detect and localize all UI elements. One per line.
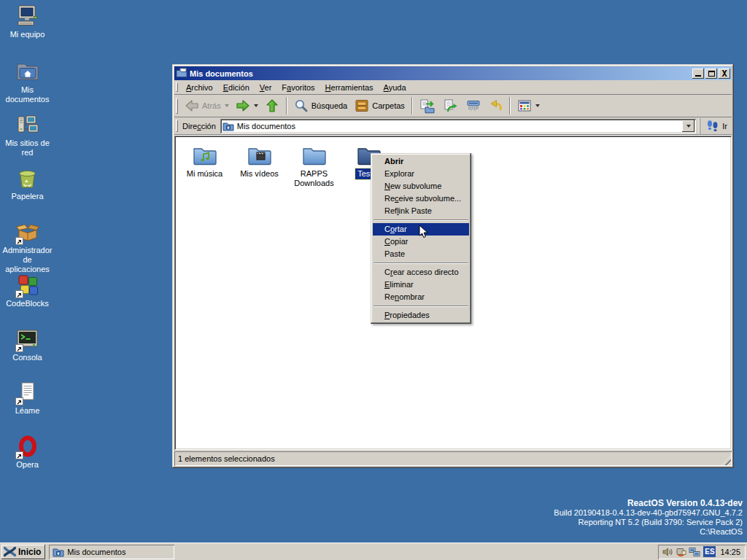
shortcut-arrow-icon bbox=[15, 397, 23, 405]
tray-device-icon[interactable] bbox=[676, 547, 686, 557]
file-item-mis-videos[interactable]: Mis vídeos bbox=[232, 144, 287, 179]
tray-network-icon[interactable] bbox=[689, 547, 700, 557]
menu-ayuda[interactable]: Ayuda bbox=[379, 82, 411, 93]
context-menu-item-paste[interactable]: Paste bbox=[373, 248, 469, 260]
desktop-icon-mi-equipo[interactable]: Mi equipo bbox=[0, 4, 55, 39]
close-button[interactable]: X bbox=[719, 69, 730, 79]
toolbar-separator bbox=[286, 97, 287, 114]
band-grip[interactable] bbox=[176, 98, 178, 114]
context-menu-item-renombrar[interactable]: Renombrar bbox=[373, 291, 469, 303]
context-menu-item-reflink-paste[interactable]: Reflink Paste bbox=[373, 205, 469, 217]
menu-ver[interactable]: Ver bbox=[255, 82, 277, 93]
toolbar-button-back-arrow[interactable]: Atrás bbox=[181, 96, 232, 116]
toolbar-button-undo[interactable] bbox=[484, 96, 506, 116]
menu-archivo[interactable]: Archivo bbox=[181, 82, 218, 93]
console-icon bbox=[15, 327, 40, 352]
folder-icon bbox=[222, 121, 234, 131]
go-feet-icon bbox=[706, 120, 719, 132]
file-label: Mi música bbox=[185, 168, 225, 179]
taskbar: Inicio Mis documentos ES 14:25 bbox=[0, 542, 747, 560]
toolbar-separator bbox=[509, 97, 511, 114]
desktop-icon-mis-sitios-de-red[interactable]: Mis sitios de red bbox=[0, 113, 55, 158]
reactos-logo-icon bbox=[4, 546, 16, 557]
address-dropdown-button[interactable] bbox=[682, 120, 694, 132]
context-menu-item-cortar[interactable]: Cortar bbox=[373, 223, 469, 236]
menu-herramientas[interactable]: Herramientas bbox=[320, 82, 379, 93]
os-version-info: ReactOS Version 0.4.13-dev Build 2019041… bbox=[554, 499, 743, 537]
language-indicator[interactable]: ES bbox=[703, 546, 716, 557]
toolbar-button-up-arrow[interactable] bbox=[261, 96, 283, 116]
go-button[interactable]: Ir bbox=[700, 118, 732, 134]
menu-favoritos[interactable]: Favoritos bbox=[276, 82, 320, 93]
file-label: RAPPS Downloads bbox=[287, 168, 341, 189]
views-icon bbox=[516, 98, 533, 114]
toolbar-button-copy-to[interactable] bbox=[439, 96, 462, 116]
minimize-button[interactable] bbox=[692, 69, 704, 79]
readme-icon bbox=[15, 381, 40, 405]
toolbar-button-views[interactable] bbox=[514, 96, 543, 116]
toolbar-button-search[interactable]: Búsqueda bbox=[290, 96, 352, 116]
context-menu-item-copiar[interactable]: Copiar bbox=[373, 236, 469, 248]
desktop-icon-label: Papelera bbox=[10, 192, 44, 201]
menu-edicion[interactable]: Edición bbox=[218, 82, 255, 93]
desktop-icon-label: Mis documentos bbox=[0, 85, 55, 104]
address-combobox[interactable]: Mis documentos bbox=[220, 119, 696, 133]
desktop-icon-leame[interactable]: Léame bbox=[0, 381, 55, 416]
toolbar-button-forward-arrow[interactable] bbox=[232, 96, 261, 116]
desktop-icon-label: Consola bbox=[12, 353, 42, 362]
window-titlebar[interactable]: Mis documentos X bbox=[174, 66, 732, 80]
desktop-icon-label: Léame bbox=[15, 406, 41, 416]
toolbar-button-label: Carpetas bbox=[372, 101, 406, 110]
context-menu-item-new-subvolume[interactable]: New subvolume bbox=[373, 180, 469, 192]
shortcut-arrow-icon bbox=[15, 451, 23, 459]
file-item-mi-musica[interactable]: Mi música bbox=[177, 144, 232, 179]
undo-icon bbox=[487, 98, 503, 114]
dropdown-chevron-icon[interactable] bbox=[225, 104, 229, 107]
file-label: Mis vídeos bbox=[238, 168, 281, 179]
status-bar: 1 elementos seleccionados bbox=[174, 451, 732, 466]
context-menu-item-propiedades[interactable]: Propiedades bbox=[373, 309, 469, 322]
codeblocks-icon bbox=[15, 273, 40, 298]
folder-videos-icon bbox=[247, 144, 272, 166]
context-menu-separator bbox=[374, 306, 468, 307]
version-line: Build 20190418-0.4.13-dev-40-gbd75947.GN… bbox=[554, 508, 743, 518]
window-title: Mis documentos bbox=[190, 69, 690, 78]
folder-music-icon bbox=[193, 144, 217, 166]
context-menu-item-eliminar[interactable]: Eliminar bbox=[373, 279, 469, 291]
tray-volume-icon[interactable] bbox=[662, 547, 673, 557]
address-bar: Dirección Mis documentos Ir bbox=[174, 117, 732, 135]
folder-small-icon bbox=[53, 547, 64, 557]
desktop-icon-consola[interactable]: Consola bbox=[0, 327, 55, 362]
context-menu-separator bbox=[374, 262, 468, 264]
context-menu-item-receive-subvolume[interactable]: Receive subvolume... bbox=[373, 192, 469, 205]
folder-icon bbox=[302, 144, 327, 166]
desktop-icon-label: Opera bbox=[15, 460, 39, 470]
toolbar-button-folders[interactable]: Carpetas bbox=[351, 96, 409, 116]
toolbar-button-label: Atrás bbox=[202, 101, 222, 110]
desktop-icon-codeblocks[interactable]: CodeBlocks bbox=[0, 273, 55, 308]
dropdown-chevron-icon[interactable] bbox=[254, 104, 258, 107]
desktop-icon-label: CodeBlocks bbox=[5, 299, 50, 308]
desktop-icon-label: Mis sitios de red bbox=[0, 139, 55, 158]
context-menu-item-abrir[interactable]: Abrir bbox=[373, 155, 469, 168]
maximize-button[interactable] bbox=[705, 69, 717, 79]
start-button[interactable]: Inicio bbox=[1, 545, 45, 559]
desktop-icon-mis-documentos[interactable]: Mis documentos bbox=[0, 60, 55, 104]
shortcut-arrow-icon bbox=[15, 344, 23, 352]
band-grip[interactable] bbox=[176, 82, 178, 92]
toolbar-button-move-to[interactable] bbox=[416, 96, 439, 116]
dropdown-chevron-icon[interactable] bbox=[535, 104, 540, 107]
opera-icon bbox=[15, 435, 40, 459]
context-menu-item-explorar[interactable]: Explorar bbox=[373, 168, 469, 180]
desktop-icon-opera[interactable]: Opera bbox=[0, 435, 55, 470]
desktop-icon-label: Administrador de aplicaciones bbox=[0, 246, 55, 274]
file-item-rapps-downloads[interactable]: RAPPS Downloads bbox=[287, 144, 341, 189]
desktop-icon-papelera[interactable]: Papelera bbox=[0, 166, 55, 201]
menu-bar: ArchivoEdiciónVerFavoritosHerramientasAy… bbox=[174, 80, 732, 95]
toolbar-button-shredder[interactable] bbox=[462, 96, 484, 116]
taskbar-clock[interactable]: 14:25 bbox=[719, 548, 740, 556]
desktop-icon-administrador-de-aplicaciones[interactable]: Administrador de aplicaciones bbox=[0, 220, 55, 274]
taskbar-task-mis-documentos[interactable]: Mis documentos bbox=[49, 545, 174, 559]
context-menu-item-crear-acceso-directo[interactable]: Crear acceso directo bbox=[373, 266, 469, 279]
band-grip[interactable] bbox=[176, 120, 178, 131]
